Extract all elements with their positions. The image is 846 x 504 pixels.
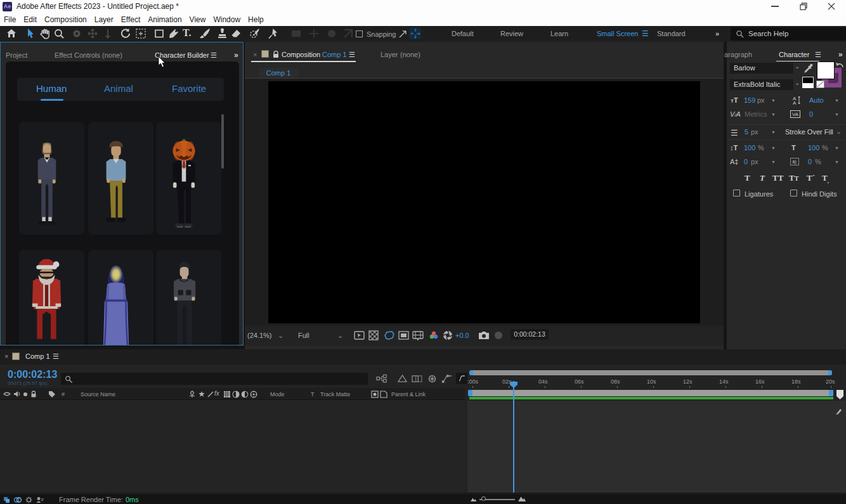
svg-text:A: A [793,100,797,105]
